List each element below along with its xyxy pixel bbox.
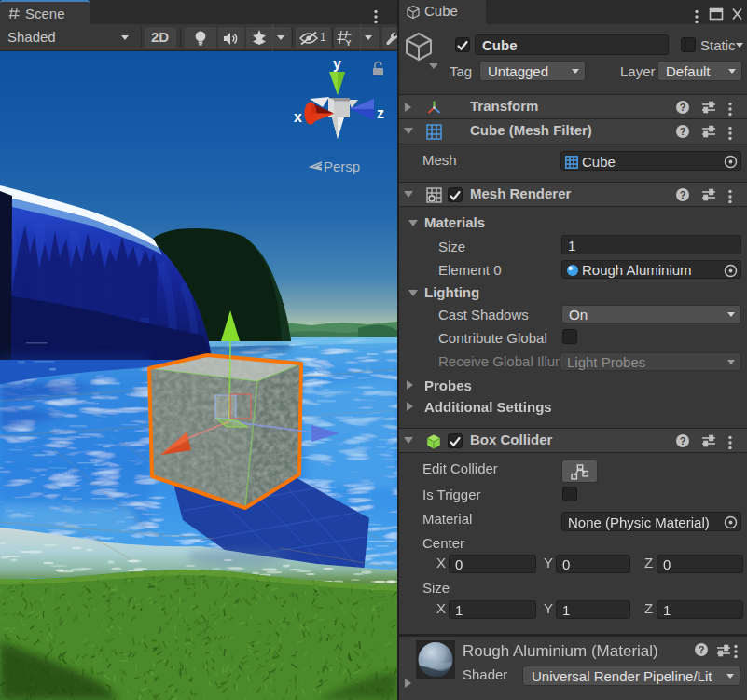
- svg-text:x: x: [294, 109, 302, 125]
- svg-text:y: y: [333, 56, 341, 72]
- svg-text:Y: Y: [346, 38, 352, 48]
- svg-text:z: z: [377, 105, 384, 121]
- svg-text:Persp: Persp: [324, 158, 360, 174]
